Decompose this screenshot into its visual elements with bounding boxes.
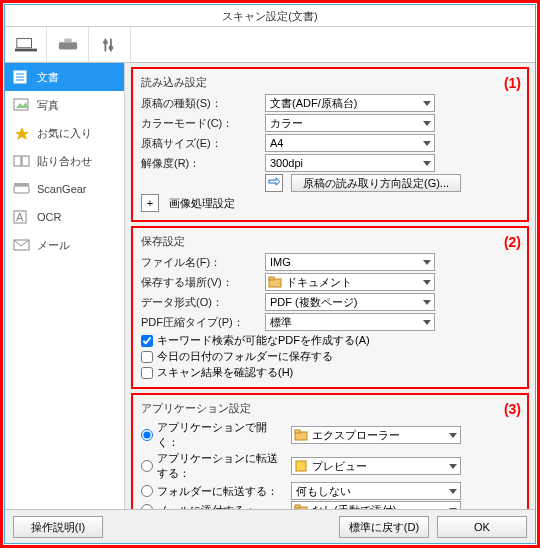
image-processing-label: 画像処理設定	[169, 196, 235, 211]
resolution-label: 解像度(R)：	[141, 156, 261, 171]
format-label: データ形式(O)：	[141, 295, 261, 310]
source-select[interactable]: 文書(ADF/原稿台)	[265, 94, 435, 112]
colormode-label: カラーモード(C)：	[141, 116, 261, 131]
svg-rect-1	[15, 48, 37, 51]
expand-image-processing-button[interactable]: +	[141, 194, 159, 212]
sidebar-item-stitch[interactable]: 貼り合わせ	[5, 147, 124, 175]
svg-marker-25	[423, 161, 431, 166]
svg-rect-17	[14, 186, 29, 193]
svg-marker-13	[16, 102, 28, 108]
colormode-value: カラー	[270, 116, 303, 131]
send-to-folder-radio[interactable]	[141, 485, 153, 497]
date-subfolder-checkbox[interactable]	[141, 351, 153, 363]
open-with-app-select[interactable]: エクスプローラー	[291, 426, 461, 444]
svg-rect-2	[58, 42, 76, 49]
svg-text:A: A	[16, 211, 24, 223]
chevron-down-icon	[422, 277, 432, 287]
star-icon	[13, 125, 31, 141]
ocr-icon: A	[13, 209, 31, 225]
send-to-folder-select[interactable]: 何もしない	[291, 482, 461, 500]
format-value: PDF (複数ページ)	[270, 295, 357, 310]
sidebar-item-favorite[interactable]: お気に入り	[5, 119, 124, 147]
sidebar-item-ocr[interactable]: A OCR	[5, 203, 124, 231]
svg-marker-24	[423, 141, 431, 146]
send-to-app-value: プレビュー	[312, 459, 367, 474]
open-with-app-radio[interactable]	[141, 429, 153, 441]
colormode-select[interactable]: カラー	[265, 114, 435, 132]
chevron-down-icon	[422, 158, 432, 168]
stitch-icon	[13, 153, 31, 169]
sidebar-item-scangear[interactable]: ScanGear	[5, 175, 124, 203]
scan-options-title: 読み込み設定	[141, 75, 519, 90]
chevron-down-icon	[422, 257, 432, 267]
svg-rect-35	[296, 461, 306, 471]
tab-scan-from-pc-icon[interactable]	[5, 27, 47, 62]
papersize-select[interactable]: A4	[265, 134, 435, 152]
papersize-value: A4	[270, 137, 283, 149]
svg-rect-39	[295, 505, 300, 508]
sidebar-item-document[interactable]: 文書	[5, 63, 124, 91]
scanner-icon	[13, 181, 31, 197]
attach-mail-select[interactable]: なし(手動で添付)	[291, 501, 461, 509]
chevron-down-icon	[422, 98, 432, 108]
svg-marker-31	[423, 320, 431, 325]
sidebar-item-label: 文書	[37, 70, 59, 85]
check-results-checkbox[interactable]	[141, 367, 153, 379]
sidebar-item-photo[interactable]: 写真	[5, 91, 124, 119]
callout-2: (2)	[504, 234, 521, 250]
resolution-select[interactable]: 300dpi	[265, 154, 435, 172]
swap-orientation-icon[interactable]	[265, 174, 283, 192]
chevron-down-icon	[448, 486, 458, 496]
keyword-pdf-checkbox[interactable]	[141, 335, 153, 347]
source-label: 原稿の種類(S)：	[141, 96, 261, 111]
chevron-down-icon	[422, 317, 432, 327]
instructions-button[interactable]: 操作説明(I)	[13, 516, 103, 538]
chevron-down-icon	[448, 461, 458, 471]
svg-rect-33	[295, 430, 300, 433]
svg-marker-23	[423, 121, 431, 126]
papersize-label: 原稿サイズ(E)：	[141, 136, 261, 151]
svg-marker-29	[423, 280, 431, 285]
open-with-app-label: アプリケーションで開く：	[157, 420, 287, 450]
sidebar-item-label: ScanGear	[37, 183, 87, 195]
check-results-label: スキャン結果を確認する(H)	[157, 365, 293, 380]
svg-marker-37	[449, 489, 457, 494]
save-settings-title: 保存設定	[141, 234, 519, 249]
scan-options-section: (1) 読み込み設定 原稿の種類(S)： 文書(ADF/原稿台) カラーモード(…	[131, 67, 529, 222]
chevron-down-icon	[422, 118, 432, 128]
window-title: スキャン設定(文書)	[5, 5, 535, 27]
mail-icon	[13, 237, 31, 253]
svg-rect-3	[64, 38, 71, 42]
format-select[interactable]: PDF (複数ページ)	[265, 293, 435, 311]
send-to-app-radio[interactable]	[141, 460, 153, 472]
tab-scan-from-panel-icon[interactable]	[47, 27, 89, 62]
chevron-down-icon	[422, 138, 432, 148]
pdfcomp-label: PDF圧縮タイプ(P)：	[141, 315, 261, 330]
settings-panel: (1) 読み込み設定 原稿の種類(S)： 文書(ADF/原稿台) カラーモード(…	[125, 63, 535, 509]
svg-point-7	[108, 45, 113, 50]
chevron-down-icon	[448, 430, 458, 440]
defaults-button[interactable]: 標準に戻す(D)	[339, 516, 429, 538]
ok-button[interactable]: OK	[437, 516, 527, 538]
tab-general-settings-icon[interactable]	[89, 27, 131, 62]
svg-marker-34	[449, 433, 457, 438]
document-icon	[13, 69, 31, 85]
filename-input[interactable]: IMG	[265, 253, 435, 271]
sidebar-item-label: お気に入り	[37, 126, 92, 141]
send-to-app-select[interactable]: プレビュー	[291, 457, 461, 475]
svg-marker-22	[423, 101, 431, 106]
savein-select[interactable]: ドキュメント	[265, 273, 435, 291]
resolution-value: 300dpi	[270, 157, 303, 169]
photo-icon	[13, 97, 31, 113]
orientation-settings-button[interactable]: 原稿の読み取り方向設定(G)...	[291, 174, 461, 192]
dialog-footer: 操作説明(I) 標準に戻す(D) OK	[5, 509, 535, 543]
send-to-folder-label: フォルダーに転送する：	[157, 484, 287, 499]
savein-value: ドキュメント	[286, 275, 352, 290]
preview-icon	[294, 459, 308, 473]
sidebar-item-label: 貼り合わせ	[37, 154, 92, 169]
date-subfolder-label: 今日の日付のフォルダーに保存する	[157, 349, 333, 364]
svg-rect-0	[16, 38, 31, 47]
pdfcomp-select[interactable]: 標準	[265, 313, 435, 331]
sidebar-item-mail[interactable]: メール	[5, 231, 124, 259]
svg-marker-26	[423, 260, 431, 265]
